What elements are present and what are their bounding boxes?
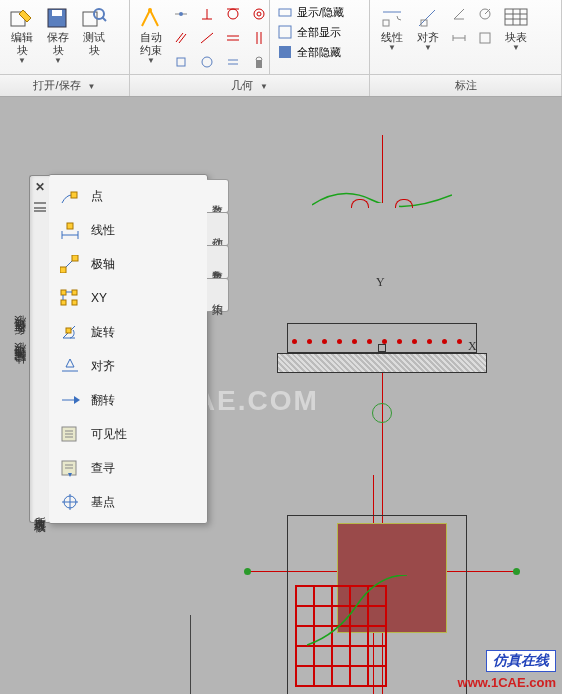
svg-rect-54 <box>72 300 77 305</box>
linear-dim-icon <box>378 5 406 31</box>
chevron-down-icon: ▼ <box>388 43 396 52</box>
param-handle-left[interactable] <box>244 568 251 575</box>
side-tab-actions[interactable]: 动作 <box>207 212 229 246</box>
panel-open-save: 编辑块 ▼ 保存块 ▼ 测试块 <box>0 0 130 74</box>
param-visibility[interactable]: 可见性 <box>49 417 207 451</box>
svg-rect-50 <box>72 255 78 261</box>
radius-dim-button[interactable] <box>473 3 497 25</box>
panel-visibility: 显示/隐藏 全部显示 全部隐藏 <box>270 0 370 74</box>
param-label: XY <box>91 291 107 305</box>
svg-point-21 <box>202 57 212 67</box>
equal-constraint-button[interactable] <box>221 51 245 73</box>
side-tab-constraints[interactable]: 约束 <box>207 278 229 312</box>
palette-list: 点 线性 极轴 XY 旋转 对齐 <box>49 175 207 523</box>
diameter-dim-button[interactable] <box>447 27 471 49</box>
chevron-down-icon: ▼ <box>54 56 62 65</box>
green-curve <box>307 575 417 675</box>
palette-titlebar[interactable]: ✕ 所有选项板 <box>29 175 49 523</box>
chevron-down-icon: ▼ <box>18 56 26 65</box>
vertical-constraint-button[interactable] <box>247 27 271 49</box>
menu-icon[interactable] <box>34 202 46 212</box>
show-all-icon <box>277 24 293 40</box>
footing-base <box>277 353 487 373</box>
param-label: 基点 <box>91 494 115 511</box>
param-rotation[interactable]: 旋转 <box>49 315 207 349</box>
chevron-down-icon: ▼ <box>424 43 432 52</box>
linear-param-icon <box>59 220 81 240</box>
convert-dim-button[interactable] <box>473 27 497 49</box>
horizontal-constraint-button[interactable] <box>221 27 245 49</box>
param-flip[interactable]: 翻转 <box>49 383 207 417</box>
hide-all-button[interactable]: 全部隐藏 <box>270 42 369 62</box>
svg-point-12 <box>257 12 261 16</box>
save-block-button[interactable]: 保存块 ▼ <box>40 2 76 66</box>
constraint-grid <box>168 2 272 74</box>
auto-constrain-button[interactable]: 自动约束 ▼ <box>134 2 168 66</box>
block-table-button[interactable]: 块表 ▼ <box>498 2 534 53</box>
show-hide-label: 显示/隐藏 <box>297 5 344 20</box>
xy-param-icon <box>59 288 81 308</box>
drawing-canvas[interactable]: 1CAE.COM Y X <box>0 85 562 694</box>
param-alignment[interactable]: 对齐 <box>49 349 207 383</box>
param-xy[interactable]: XY <box>49 281 207 315</box>
svg-line-15 <box>201 33 213 43</box>
svg-line-5 <box>102 17 106 21</box>
grip-x-marker[interactable]: X <box>468 339 477 354</box>
angular-dim-button[interactable] <box>447 3 471 25</box>
svg-line-13 <box>176 33 183 42</box>
edit-block-button[interactable]: 编辑块 ▼ <box>4 2 40 66</box>
fix-constraint-button[interactable] <box>247 51 271 73</box>
param-point[interactable]: 点 <box>49 179 207 213</box>
coincident-constraint-button[interactable] <box>169 3 193 25</box>
svg-rect-37 <box>480 33 490 43</box>
polar-param-icon <box>59 254 81 274</box>
linear-dim-button[interactable]: 线性 ▼ <box>374 2 410 53</box>
save-block-label: 保存块 <box>47 31 69 57</box>
show-hide-icon <box>277 4 293 20</box>
ribbon-toolbar: 编辑块 ▼ 保存块 ▼ 测试块 <box>0 0 562 97</box>
param-basepoint[interactable]: 基点 <box>49 485 207 519</box>
test-block-icon <box>80 5 108 31</box>
block-authoring-palette[interactable]: ✕ 所有选项板 参数 动作 参数集 约束 点 线性 极轴 <box>48 174 208 524</box>
show-hide-button[interactable]: 显示/隐藏 <box>270 2 369 22</box>
side-tab-paramsets[interactable]: 参数集 <box>207 245 229 279</box>
svg-rect-51 <box>61 290 66 295</box>
param-label: 极轴 <box>91 256 115 273</box>
svg-point-8 <box>179 12 183 16</box>
rotation-param-icon <box>59 322 81 342</box>
param-label: 翻转 <box>91 392 115 409</box>
panel-dimensional: 线性 ▼ 对齐 ▼ <box>370 0 562 74</box>
smooth-constraint-button[interactable] <box>169 51 193 73</box>
collinear-constraint-button[interactable] <box>195 27 219 49</box>
close-icon[interactable]: ✕ <box>35 180 45 194</box>
svg-rect-38 <box>505 9 527 25</box>
svg-line-14 <box>179 34 186 43</box>
symmetric-constraint-button[interactable] <box>195 51 219 73</box>
param-lookup[interactable]: 查寻 <box>49 451 207 485</box>
point-param-icon <box>59 186 81 206</box>
rebar-row <box>292 339 462 344</box>
auto-constrain-icon <box>137 5 165 31</box>
side-tab-parameters[interactable]: 参数 <box>207 179 229 213</box>
param-label: 点 <box>91 188 103 205</box>
param-polar[interactable]: 极轴 <box>49 247 207 281</box>
block-table-icon <box>502 5 530 31</box>
show-all-button[interactable]: 全部显示 <box>270 22 369 42</box>
edit-block-icon <box>8 5 36 31</box>
param-linear[interactable]: 线性 <box>49 213 207 247</box>
param-handle-circle[interactable] <box>372 403 392 423</box>
test-block-button[interactable]: 测试块 <box>76 2 112 58</box>
footer-url: www.1CAE.com <box>458 675 556 690</box>
align-dim-button[interactable]: 对齐 ▼ <box>410 2 446 53</box>
grip-square[interactable] <box>378 344 386 352</box>
tangent-constraint-button[interactable] <box>221 3 245 25</box>
palette-side-tabs: 参数 动作 参数集 约束 <box>207 179 229 311</box>
perpendicular-constraint-button[interactable] <box>195 3 219 25</box>
param-handle-right[interactable] <box>513 568 520 575</box>
concentric-constraint-button[interactable] <box>247 3 271 25</box>
plan-view <box>277 505 477 694</box>
svg-rect-26 <box>279 26 291 38</box>
parallel-constraint-button[interactable] <box>169 27 193 49</box>
auto-constrain-label: 自动约束 <box>140 31 162 57</box>
svg-rect-52 <box>72 290 77 295</box>
